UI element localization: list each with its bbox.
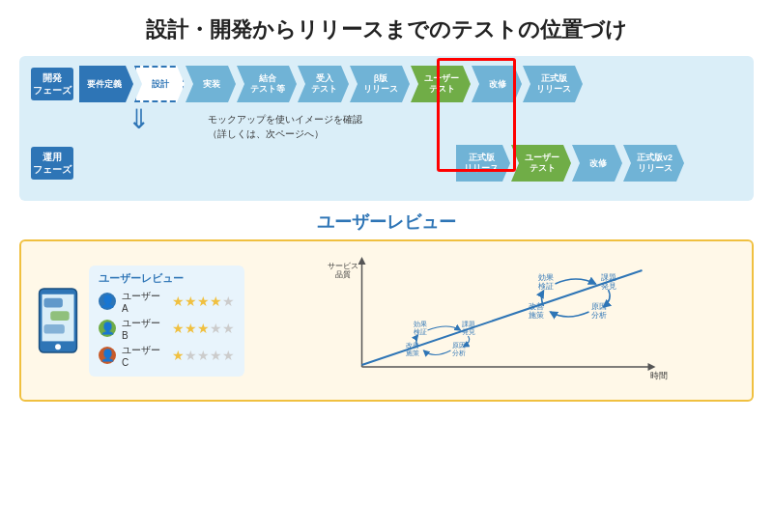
arrow-item: ユーザーテスト (411, 66, 471, 102)
phone-icon (37, 287, 79, 354)
svg-text:施策: 施策 (529, 311, 544, 320)
ops-phase-label: 運用フェーズ (31, 147, 73, 180)
svg-text:発見: 発見 (601, 282, 616, 291)
mock-note: モックアップを使いイメージを確認 （詳しくは、次ページへ） (208, 112, 362, 141)
down-arrow: ⇓ (128, 106, 150, 133)
review-row-a: 👤 ユーザーA ★★★★★ (99, 290, 235, 314)
arrow-item: 正式版リリース (456, 145, 510, 182)
dev-phase-row: 開発フェーズ 要件定義設計実装結合テスト等受入テストβ版リリースユーザーテスト改… (31, 66, 742, 102)
svg-text:改善: 改善 (529, 302, 544, 311)
svg-text:課題: 課題 (601, 273, 616, 282)
svg-rect-4 (50, 311, 69, 321)
svg-text:品質: 品質 (335, 270, 351, 279)
svg-text:施策: 施策 (406, 350, 419, 356)
ops-phase-row: 運用フェーズ 正式版リリースユーザーテスト改修正式版v2リリース (31, 145, 742, 182)
arrow-item: 改修 (572, 145, 622, 182)
review-row-b: 👤 ユーザーB ★★★★★ (99, 317, 235, 341)
svg-marker-8 (358, 257, 366, 265)
svg-text:効果: 効果 (414, 321, 427, 327)
arrow-item: 正式版v2リリース (623, 145, 684, 182)
arrow-item: 正式版リリース (523, 66, 583, 102)
user-a-name: ユーザーA (122, 290, 166, 314)
arrow-item: 設計 (134, 66, 185, 102)
bottom-left: ユーザーレビュー 👤 ユーザーA ★★★★★ 👤 ユーザーB ★★★★★ 👤 ユ… (33, 251, 244, 390)
top-section: 開発フェーズ 要件定義設計実装結合テスト等受入テストβ版リリースユーザーテスト改… (19, 56, 754, 201)
svg-text:分析: 分析 (591, 311, 607, 320)
phone-icon-wrap (33, 287, 83, 354)
arrow-item: 改修 (472, 66, 522, 102)
user-b-icon: 👤 (99, 320, 116, 337)
arrow-item: β版リリース (350, 66, 410, 102)
svg-text:発見: 発見 (462, 328, 475, 335)
review-section-title: ユーザーレビュー (19, 210, 754, 234)
dev-phase-label: 開発フェーズ (31, 68, 73, 100)
dev-arrows: 要件定義設計実装結合テスト等受入テストβ版リリースユーザーテスト改修正式版リリー… (79, 66, 583, 102)
svg-point-2 (55, 344, 61, 350)
user-b-name: ユーザーB (122, 317, 166, 341)
chart-svg: サービス 品質 時間 効果 検証 課題 発見 改善 施策 原因 分析 (254, 251, 740, 386)
svg-text:分析: 分析 (452, 350, 466, 356)
user-c-icon: 👤 (99, 347, 116, 364)
arrow-item: 実装 (186, 66, 236, 102)
user-c-name: ユーザーC (122, 344, 166, 368)
arrow-item: 要件定義 (79, 66, 133, 102)
user-a-stars: ★★★★★ (172, 294, 235, 309)
svg-marker-9 (648, 363, 656, 371)
svg-text:検証: 検証 (538, 282, 554, 291)
svg-text:時間: 時間 (650, 371, 668, 380)
svg-text:検証: 検証 (414, 328, 427, 335)
review-box-title: ユーザーレビュー (99, 271, 235, 286)
arrow-item: 受入テスト (298, 66, 349, 102)
arrow-item: 結合テスト等 (237, 66, 297, 102)
svg-text:効果: 効果 (538, 273, 554, 282)
svg-rect-5 (43, 324, 64, 334)
svg-rect-3 (43, 298, 62, 308)
user-c-stars: ★★★★★ (172, 348, 235, 363)
review-box: ユーザーレビュー 👤 ユーザーA ★★★★★ 👤 ユーザーB ★★★★★ 👤 ユ… (89, 266, 244, 377)
user-b-stars: ★★★★★ (172, 321, 235, 336)
page-title: 設計・開発からリリースまでのテストの位置づけ (19, 15, 754, 44)
svg-text:原因: 原因 (452, 342, 466, 349)
ops-arrows: 正式版リリースユーザーテスト改修正式版v2リリース (456, 145, 684, 182)
svg-text:サービス: サービス (328, 262, 358, 270)
bottom-section: ユーザーレビュー 👤 ユーザーA ★★★★★ 👤 ユーザーB ★★★★★ 👤 ユ… (19, 239, 754, 402)
page: 設計・開発からリリースまでのテストの位置づけ 開発フェーズ 要件定義設計実装結合… (0, 0, 773, 532)
chart-area: サービス 品質 時間 効果 検証 課題 発見 改善 施策 原因 分析 (254, 251, 740, 390)
svg-text:課題: 課題 (462, 321, 475, 327)
review-row-c: 👤 ユーザーC ★★★★★ (99, 344, 235, 368)
arrow-item: ユーザーテスト (511, 145, 571, 182)
user-a-icon: 👤 (99, 293, 116, 310)
